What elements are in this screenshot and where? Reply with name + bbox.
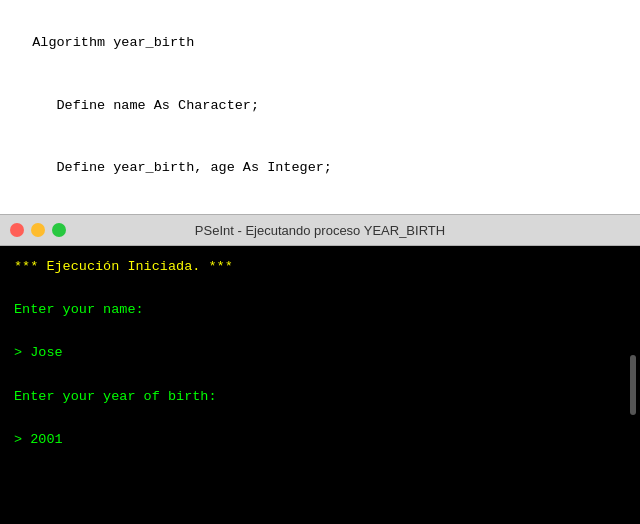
- code-line-3: Define year_birth, age As Integer;: [32, 160, 332, 175]
- window-title: PSeInt - Ejecutando proceso YEAR_BIRTH: [195, 223, 445, 238]
- window-controls: [10, 223, 66, 237]
- maximize-button[interactable]: [52, 223, 66, 237]
- minimize-button[interactable]: [31, 223, 45, 237]
- code-line-2: Define name As Character;: [32, 98, 259, 113]
- terminal[interactable]: *** Ejecución Iniciada. *** Enter your n…: [0, 246, 640, 524]
- title-bar: PSeInt - Ejecutando proceso YEAR_BIRTH: [0, 214, 640, 246]
- code-line-1: Algorithm year_birth: [32, 35, 194, 50]
- close-button[interactable]: [10, 223, 24, 237]
- terminal-line-4: Enter your year of birth:: [14, 386, 626, 408]
- code-editor: Algorithm year_birth Define name As Char…: [0, 0, 640, 214]
- terminal-line-3: > Jose: [14, 342, 626, 364]
- terminal-scrollbar[interactable]: [630, 355, 636, 415]
- terminal-line-5: > 2001: [14, 429, 626, 451]
- terminal-line-2: Enter your name:: [14, 299, 626, 321]
- terminal-line-1: *** Ejecución Iniciada. ***: [14, 256, 626, 278]
